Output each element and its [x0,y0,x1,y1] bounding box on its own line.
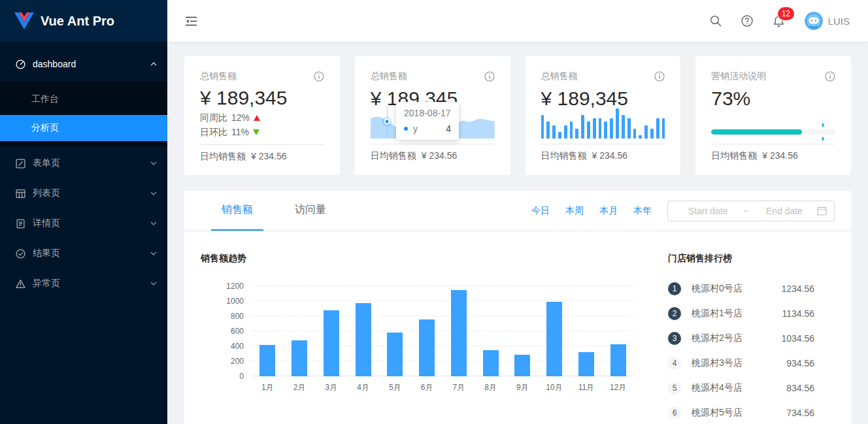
sales-panel: 销售额 访问量 今日 本周 本月 本年 Start date ~ End dat… [184,191,851,424]
bar-slot [610,286,626,376]
table-icon [16,189,26,199]
caret-up-icon [150,62,157,66]
tab-sales[interactable]: 销售额 [211,191,263,231]
trend-label: 日环比 [200,125,227,139]
card-title: 营销活动说明 [711,71,766,82]
app-logo[interactable]: Vue Ant Pro [0,0,167,42]
sidebar-item-dashboard[interactable]: dashboard [0,51,167,77]
store-name: 桃源村3号店 [692,357,786,369]
bar-7月[interactable] [451,290,467,376]
bar-slot [451,286,467,376]
chart-column: 8月 [475,286,507,396]
store-name: 桃源村2号店 [692,333,781,344]
bar-1月[interactable] [259,345,275,376]
chart-column: 3月 [316,286,348,396]
mini-bar-21 [656,118,659,139]
bar-5月[interactable] [387,333,403,376]
bar-12月[interactable] [610,344,626,376]
x-axis-label: 9月 [516,376,529,396]
store-ranking-section: 门店销售排行榜 1 桃源村0号店 1234.56 2 桃源村1号店 1134.5… [668,251,835,424]
bar-10月[interactable] [546,302,562,376]
sidebar-item-form[interactable]: 表单页 [0,150,167,176]
card-main-value: ¥ 189,345 [200,86,324,110]
sales-trend-columns: 1月2月3月4月5月6月7月8月9月10月11月12月 [252,286,634,396]
sidebar-item-workbench[interactable]: 工作台 [0,86,167,112]
x-axis-label: 10月 [546,376,562,396]
sidebar-item-label: 异常页 [33,278,150,289]
start-date-placeholder: Start date [675,206,741,216]
progress-target-marker-bottom [822,137,824,140]
trend-value: 12% [231,110,250,125]
header: 12 LUIS [167,0,868,42]
bar-slot [578,286,594,376]
store-name: 桃源村5号店 [692,407,786,419]
sidebar-item-label: 工作台 [31,93,59,105]
bar-2月[interactable] [292,340,307,376]
y-axis-tick: 1200 [226,282,244,291]
card-main-value: 73% [711,86,835,111]
user-avatar [805,12,823,30]
mini-bar-2 [546,122,550,139]
bar-11月[interactable] [578,352,594,376]
store-name: 桃源村0号店 [692,283,781,295]
filter-this-week[interactable]: 本周 [565,205,584,217]
filter-this-year[interactable]: 本年 [633,205,652,217]
ranking-item: 3 桃源村2号店 1034.56 [668,331,814,346]
chart-column: 4月 [347,286,379,396]
filter-today[interactable]: 今日 [531,205,550,217]
sidebar-item-analysis[interactable]: 分析页 [0,115,167,141]
stat-card-total-sales-2: 总销售额 ¥ 189,345 2018-08-17 [355,56,510,175]
tab-visits[interactable]: 访问量 [284,191,337,231]
y-axis-tick: 400 [231,342,244,351]
info-circle-icon[interactable] [825,71,835,82]
store-sales: 834.56 [786,383,814,393]
sidebar-item-result[interactable]: 结果页 [0,240,167,267]
mini-bar-chart[interactable] [541,108,665,139]
bar-9月[interactable] [514,355,530,376]
menu-fold-icon[interactable] [183,14,199,29]
bar-8月[interactable] [483,350,499,376]
mini-bar-6 [570,122,573,139]
chart-column: 6月 [411,286,443,396]
user-menu[interactable]: LUIS [805,12,850,30]
sidebar-item-label: 详情页 [33,218,150,229]
info-circle-icon[interactable] [314,71,324,82]
bar-3月[interactable] [324,310,339,376]
mini-bar-11 [599,118,602,139]
trend-week-over-week: 同周比 12% [200,110,324,125]
search-icon[interactable] [710,15,722,27]
bar-slot [387,286,403,376]
sidebar-item-detail[interactable]: 详情页 [0,210,167,236]
mini-area-chart[interactable]: 2018-08-17 y 4 [371,108,495,139]
bar-slot [546,286,562,376]
date-range-picker[interactable]: Start date ~ End date [667,201,835,221]
sidebar-item-exception[interactable]: 异常页 [0,270,167,297]
chart-column: 2月 [284,286,316,396]
tooltip-date: 2018-08-17 [404,108,451,118]
vue-logo-icon [14,12,34,29]
y-axis-tick: 0 [239,372,244,381]
sidebar: Vue Ant Pro dashboard 工作台 分析页 表单页 [0,0,167,424]
question-circle-icon[interactable] [741,15,753,27]
x-axis-label: 1月 [261,376,274,396]
check-circle-icon [16,249,26,259]
mini-bar-20 [650,129,654,139]
bell-icon[interactable]: 12 [773,15,785,27]
y-axis-tick: 1000 [226,297,244,306]
sidebar-item-list[interactable]: 列表页 [0,180,167,206]
bar-6月[interactable] [419,319,435,376]
info-circle-icon[interactable] [484,71,495,82]
bar-slot [259,286,275,376]
mini-bar-5 [564,125,567,139]
campaign-progress-bar [711,129,835,135]
mini-bar-9 [587,122,590,139]
store-sales: 1234.56 [781,284,814,294]
ranking-item: 6 桃源村5号店 734.56 [668,406,814,420]
ranking-item: 1 桃源村0号店 1234.56 [668,282,814,296]
stat-card-total-sales-3: 总销售额 ¥ 189,345 日均销售额 ¥ 234.56 [526,56,681,175]
info-circle-icon[interactable] [654,71,665,82]
chart-tooltip: 2018-08-17 y 4 [396,102,459,140]
filter-this-month[interactable]: 本月 [599,205,618,217]
mini-bar-4 [558,132,561,139]
bar-4月[interactable] [356,303,371,376]
